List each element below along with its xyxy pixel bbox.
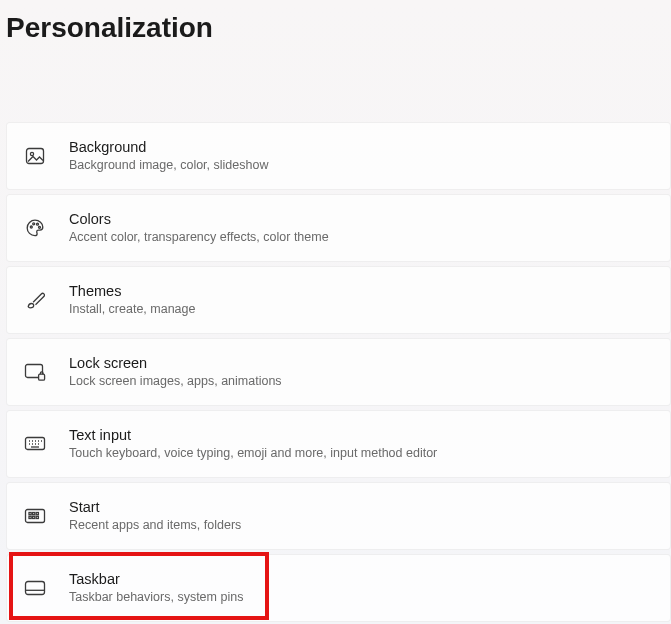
svg-rect-24 <box>33 516 35 518</box>
item-text-input[interactable]: Text input Touch keyboard, voice typing,… <box>6 410 671 478</box>
lock-screen-icon <box>23 360 47 384</box>
item-desc: Touch keyboard, voice typing, emoji and … <box>69 445 437 462</box>
item-desc: Taskbar behaviors, system pins <box>69 589 243 606</box>
start-grid-icon <box>23 504 47 528</box>
palette-icon <box>23 216 47 240</box>
settings-list: Background Background image, color, slid… <box>0 122 671 622</box>
item-desc: Install, create, manage <box>69 301 195 318</box>
svg-point-5 <box>39 226 41 228</box>
item-title: Colors <box>69 210 329 229</box>
item-title: Background <box>69 138 268 157</box>
svg-rect-22 <box>36 513 38 515</box>
brush-icon <box>23 288 47 312</box>
svg-rect-21 <box>33 513 35 515</box>
item-title: Start <box>69 498 241 517</box>
taskbar-icon <box>23 576 47 600</box>
image-icon <box>23 144 47 168</box>
item-start[interactable]: Start Recent apps and items, folders <box>6 482 671 550</box>
svg-point-1 <box>30 152 33 155</box>
svg-point-2 <box>30 226 32 228</box>
svg-rect-26 <box>26 582 45 595</box>
item-themes[interactable]: Themes Install, create, manage <box>6 266 671 334</box>
item-title: Text input <box>69 426 437 445</box>
item-colors[interactable]: Colors Accent color, transparency effect… <box>6 194 671 262</box>
item-desc: Lock screen images, apps, animations <box>69 373 282 390</box>
item-background[interactable]: Background Background image, color, slid… <box>6 122 671 190</box>
item-taskbar[interactable]: Taskbar Taskbar behaviors, system pins <box>6 554 671 622</box>
item-lock-screen[interactable]: Lock screen Lock screen images, apps, an… <box>6 338 671 406</box>
item-desc: Recent apps and items, folders <box>69 517 241 534</box>
svg-rect-20 <box>29 513 31 515</box>
svg-point-3 <box>33 223 35 225</box>
item-desc: Background image, color, slideshow <box>69 157 268 174</box>
svg-rect-25 <box>36 516 38 518</box>
svg-rect-23 <box>29 516 31 518</box>
svg-point-4 <box>37 223 39 225</box>
keyboard-icon <box>23 432 47 456</box>
item-title: Taskbar <box>69 570 243 589</box>
item-title: Themes <box>69 282 195 301</box>
svg-rect-7 <box>39 374 45 380</box>
item-desc: Accent color, transparency effects, colo… <box>69 229 329 246</box>
item-title: Lock screen <box>69 354 282 373</box>
page-title: Personalization <box>0 0 671 44</box>
